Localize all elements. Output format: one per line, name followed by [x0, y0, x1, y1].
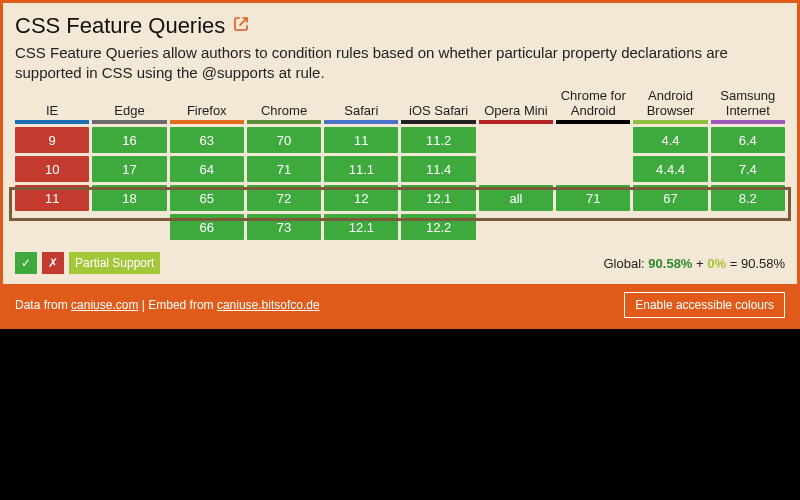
browser-header: Firefox	[170, 90, 244, 124]
browser-column-opera_mini: Opera Miniall	[479, 90, 553, 240]
browser-column-chrome_android: Chrome for Android71	[556, 90, 630, 240]
version-cell: 12	[324, 185, 398, 211]
global-total-pct: 90.58%	[741, 256, 785, 271]
global-equals: =	[730, 256, 741, 271]
legend-supported: ✓	[15, 252, 37, 274]
browser-header: Samsung Internet	[711, 90, 785, 124]
global-usage: Global: 90.58% + 0% = 90.58%	[604, 256, 786, 271]
version-cell: 64	[170, 156, 244, 182]
legend-not-supported: ✗	[42, 252, 64, 274]
footer-mid: | Embed from	[142, 298, 214, 312]
version-cell: 4.4.4	[633, 156, 707, 182]
version-cell: 9	[15, 127, 89, 153]
version-cell: 66	[170, 214, 244, 240]
footer-prefix: Data from	[15, 298, 68, 312]
browser-header: Chrome for Android	[556, 90, 630, 124]
version-cell: 4.4	[633, 127, 707, 153]
version-cell: 12.1	[401, 185, 475, 211]
version-cell: 71	[556, 185, 630, 211]
browser-column-chrome: Chrome70717273	[247, 90, 321, 240]
version-cell: 10	[15, 156, 89, 182]
version-cell: 17	[92, 156, 166, 182]
version-cell: 63	[170, 127, 244, 153]
version-cell-empty	[556, 214, 630, 240]
browser-header: Chrome	[247, 90, 321, 124]
version-cell-empty	[556, 156, 630, 182]
browser-header: Android Browser	[633, 90, 707, 124]
version-cell: 11.2	[401, 127, 475, 153]
version-cell-empty	[479, 214, 553, 240]
version-cell: 12.2	[401, 214, 475, 240]
version-cell: 11	[15, 185, 89, 211]
global-supported-pct: 90.58%	[648, 256, 692, 271]
browser-header: Opera Mini	[479, 90, 553, 124]
version-cell: 6.4	[711, 127, 785, 153]
version-cell: 71	[247, 156, 321, 182]
external-link-icon[interactable]	[233, 16, 249, 36]
browser-header: iOS Safari	[401, 90, 475, 124]
version-cell: 73	[247, 214, 321, 240]
version-cell: 11	[324, 127, 398, 153]
version-cell: 11.4	[401, 156, 475, 182]
version-cell: 67	[633, 185, 707, 211]
version-cell-empty	[92, 214, 166, 240]
version-cell: 11.1	[324, 156, 398, 182]
browser-column-safari: Safari1111.11212.1	[324, 90, 398, 240]
browser-column-android_browser: Android Browser4.44.4.467	[633, 90, 707, 240]
caniuse-link[interactable]: caniuse.com	[71, 298, 138, 312]
version-cell: 65	[170, 185, 244, 211]
version-cell-empty	[479, 127, 553, 153]
version-cell-empty	[556, 127, 630, 153]
legend: ✓ ✗ Partial Support	[15, 252, 160, 274]
browser-column-edge: Edge161718	[92, 90, 166, 240]
version-cell-empty	[15, 214, 89, 240]
version-cell-empty	[633, 214, 707, 240]
enable-accessible-colours-button[interactable]: Enable accessible colours	[624, 292, 785, 318]
embed-source-link[interactable]: caniuse.bitsofco.de	[217, 298, 320, 312]
browser-header: Safari	[324, 90, 398, 124]
version-cell: 12.1	[324, 214, 398, 240]
version-cell: 70	[247, 127, 321, 153]
browser-column-ie: IE91011	[15, 90, 89, 240]
version-cell: all	[479, 185, 553, 211]
version-cell: 72	[247, 185, 321, 211]
feature-description: CSS Feature Queries allow authors to con…	[15, 43, 785, 82]
global-partial-pct: 0%	[707, 256, 726, 271]
caniuse-embed-card: CSS Feature Queries CSS Feature Queries …	[0, 0, 800, 329]
browser-header: Edge	[92, 90, 166, 124]
browser-column-ios_safari: iOS Safari11.211.412.112.2	[401, 90, 475, 240]
global-plus: +	[696, 256, 707, 271]
version-cell: 7.4	[711, 156, 785, 182]
browser-column-samsung_internet: Samsung Internet6.47.48.2	[711, 90, 785, 240]
browser-header: IE	[15, 90, 89, 124]
footer-attribution: Data from caniuse.com | Embed from caniu…	[15, 298, 320, 312]
footer-bar: Data from caniuse.com | Embed from caniu…	[3, 284, 797, 326]
version-cell-empty	[479, 156, 553, 182]
version-cell-empty	[711, 214, 785, 240]
feature-title[interactable]: CSS Feature Queries	[15, 13, 225, 39]
version-cell: 16	[92, 127, 166, 153]
version-cell: 18	[92, 185, 166, 211]
browser-column-firefox: Firefox63646566	[170, 90, 244, 240]
version-cell: 8.2	[711, 185, 785, 211]
global-label: Global:	[604, 256, 645, 271]
legend-partial: Partial Support	[69, 252, 160, 274]
support-table: IE91011Edge161718Firefox63646566Chrome70…	[15, 90, 785, 240]
